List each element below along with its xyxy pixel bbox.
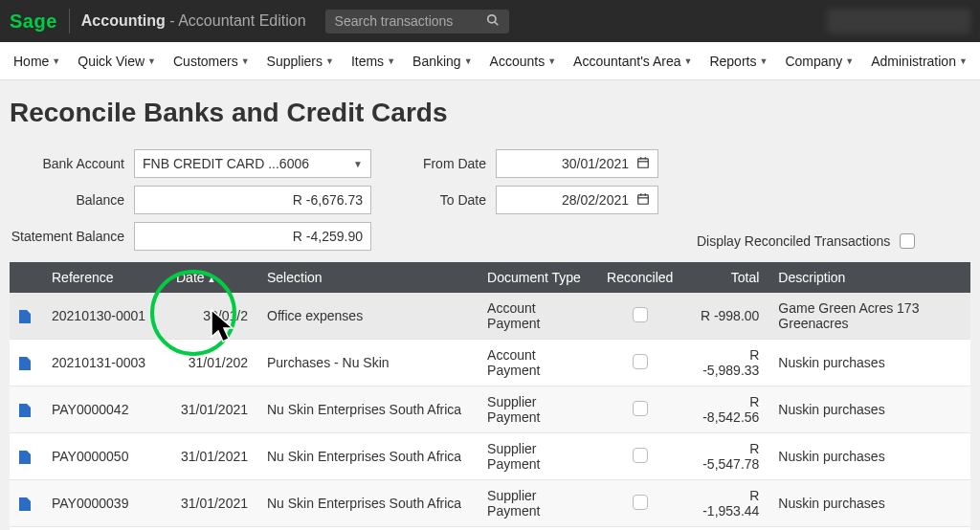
- reconciled-checkbox[interactable]: [633, 307, 648, 322]
- table-row[interactable]: 20210130-000130/01/2Office expensesAccou…: [10, 293, 970, 340]
- cell-total: R -5,547.78: [682, 433, 768, 480]
- nav-item-company[interactable]: Company▼: [777, 48, 861, 75]
- col-reconciled[interactable]: Reconciled: [597, 262, 682, 293]
- calendar-icon[interactable]: [636, 156, 650, 172]
- cell-doctype: Transfer In: [478, 527, 597, 531]
- nav-item-banking[interactable]: Banking▼: [405, 48, 480, 75]
- caret-down-icon: ▼: [684, 56, 693, 66]
- nav-item-accountant-s-area[interactable]: Accountant's Area▼: [566, 48, 700, 75]
- document-icon: [19, 497, 31, 511]
- table-row[interactable]: PAY000004231/01/2021Nu Skin Enterprises …: [10, 386, 970, 433]
- nav-item-quick-view[interactable]: Quick View▼: [70, 48, 164, 75]
- search-box[interactable]: [325, 10, 509, 33]
- col-doctype[interactable]: Document Type: [478, 262, 597, 293]
- document-icon: [19, 404, 31, 417]
- balance-label: Balance: [10, 192, 124, 208]
- dropdown-icon: ▼: [353, 159, 363, 169]
- col-total[interactable]: Total: [682, 262, 768, 293]
- search-icon[interactable]: [486, 13, 500, 30]
- caret-down-icon: ▼: [547, 56, 556, 66]
- main-nav: Home▼Quick View▼Customers▼Suppliers▼Item…: [0, 42, 980, 80]
- bank-account-label: Bank Account: [10, 156, 124, 171]
- table-row[interactable]: PAY000003931/01/2021Nu Skin Enterprises …: [10, 480, 970, 527]
- cell-date: 31/01/2021: [167, 480, 257, 527]
- cell-selection: Nu Skin Enterprises South Africa: [257, 480, 478, 527]
- balance-value: R -6,676.73: [293, 192, 363, 208]
- cell-date: 31/01/202: [167, 340, 257, 386]
- to-date-value: 28/02/2021: [562, 192, 629, 208]
- app-title: Accounting - Accountant Edition: [81, 12, 306, 30]
- cell-doctype: Supplier Payment: [478, 386, 597, 433]
- to-date-input[interactable]: 28/02/2021: [496, 186, 658, 214]
- from-date-label: From Date: [410, 156, 486, 171]
- nav-item-customers[interactable]: Customers▼: [166, 48, 257, 75]
- stmt-balance-value: R -4,259.90: [293, 229, 363, 244]
- nav-item-suppliers[interactable]: Suppliers▼: [259, 48, 342, 75]
- nav-item-accounts[interactable]: Accounts▼: [482, 48, 565, 75]
- stmt-balance-label: Statement Balance: [10, 229, 124, 244]
- cell-date: 01/02/2021: [167, 527, 257, 531]
- cell-doctype: Supplier Payment: [478, 480, 597, 527]
- col-description[interactable]: Description: [768, 262, 970, 293]
- reconciled-checkbox[interactable]: [633, 448, 648, 463]
- cell-total: R 17,000.00: [682, 527, 768, 531]
- reconciled-checkbox[interactable]: [633, 354, 648, 369]
- table-row[interactable]: 20210131-000331/01/202Purchases - Nu Ski…: [10, 340, 970, 386]
- svg-point-0: [487, 14, 495, 22]
- display-reconciled-label: Display Reconciled Transactions: [697, 233, 890, 249]
- from-date-input[interactable]: 30/01/2021: [496, 149, 658, 178]
- cell-description: Nuskin purchases: [768, 340, 970, 386]
- reconciled-checkbox[interactable]: [633, 401, 648, 416]
- cell-description: Nuskin purchases: [768, 480, 970, 527]
- cell-selection: Office expenses: [257, 293, 478, 340]
- cell-selection: Purchases - Nu Skin: [257, 340, 478, 386]
- cell-doctype: Account Payment: [478, 293, 597, 340]
- logo: Sage: [10, 11, 57, 33]
- col-selection[interactable]: Selection: [257, 262, 478, 293]
- calendar-icon[interactable]: [636, 192, 650, 209]
- filter-form: Bank Account FNB CREDIT CARD ...6006 ▼ B…: [10, 149, 970, 251]
- cell-selection: Nu Skin Enterprises South Africa: [257, 386, 478, 433]
- cell-doctype: Supplier Payment: [478, 433, 597, 480]
- caret-down-icon: ▼: [325, 56, 334, 66]
- page-title: Reconcile Banks and Credit Cards: [10, 98, 970, 128]
- cell-total: R -998.00: [682, 293, 768, 340]
- document-icon: [19, 357, 31, 370]
- search-input[interactable]: [335, 13, 479, 29]
- cell-reference: PAY0000050: [42, 433, 167, 480]
- cell-description: Nuskin purchases: [768, 386, 970, 433]
- nav-item-reports[interactable]: Reports▼: [702, 48, 775, 75]
- table-row[interactable]: 20210201-000601/02/2021FNB CHEQUE ACC 53…: [10, 527, 970, 531]
- svg-rect-2: [638, 158, 649, 166]
- reconciled-checkbox[interactable]: [633, 495, 648, 510]
- nav-item-items[interactable]: Items▼: [344, 48, 403, 75]
- nav-item-administration[interactable]: Administration▼: [863, 48, 975, 75]
- cell-total: R -5,989.33: [682, 340, 768, 386]
- table-row[interactable]: PAY000005031/01/2021Nu Skin Enterprises …: [10, 433, 970, 480]
- sort-asc-icon: ▲: [208, 275, 216, 284]
- divider: [69, 9, 70, 33]
- col-date[interactable]: Date▲: [167, 262, 257, 293]
- bank-account-select[interactable]: FNB CREDIT CARD ...6006 ▼: [134, 149, 371, 178]
- cell-date: 31/01/2021: [167, 386, 257, 433]
- cell-reference: PAY0000042: [42, 386, 167, 433]
- svg-line-1: [494, 21, 498, 25]
- cell-reference: 20210201-0006: [42, 527, 167, 531]
- cell-description: FNB App Transfer To Td: [768, 527, 970, 531]
- transactions-table: Reference Date▲ Selection Document Type …: [10, 262, 970, 530]
- nav-item-home[interactable]: Home▼: [6, 48, 68, 75]
- col-reference[interactable]: Reference: [42, 262, 167, 293]
- stmt-balance-field[interactable]: R -4,259.90: [134, 222, 371, 251]
- cell-reference: 20210131-0003: [42, 340, 167, 386]
- cell-doctype: Account Payment: [478, 340, 597, 386]
- caret-down-icon: ▼: [52, 56, 60, 66]
- topbar: Sage Accounting - Accountant Edition: [0, 0, 980, 42]
- caret-down-icon: ▼: [464, 56, 473, 66]
- cell-description: Nuskin purchases: [768, 433, 970, 480]
- cell-date: 30/01/2: [167, 293, 257, 340]
- caret-down-icon: ▼: [845, 56, 854, 66]
- user-area[interactable]: [827, 9, 970, 33]
- display-reconciled-checkbox[interactable]: [900, 233, 915, 249]
- content: Reconcile Banks and Credit Cards Bank Ac…: [0, 80, 980, 530]
- bank-account-value: FNB CREDIT CARD ...6006: [143, 156, 309, 171]
